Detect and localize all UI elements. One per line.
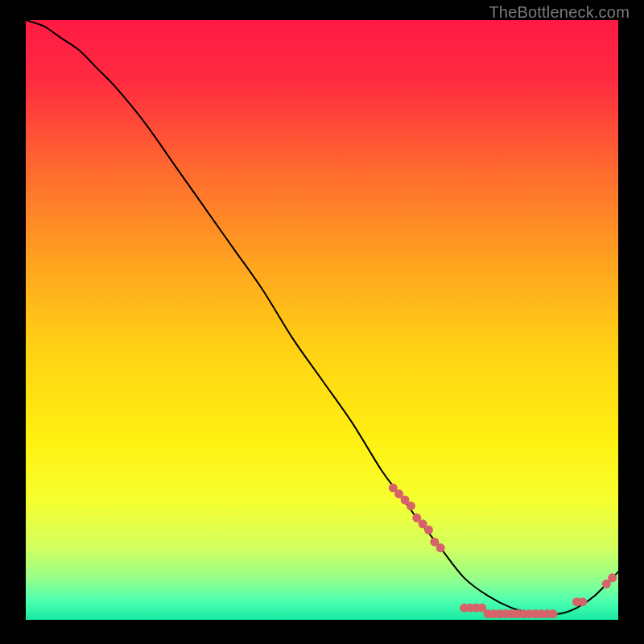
chart-plot-area xyxy=(26,20,618,620)
chart-svg xyxy=(26,20,618,620)
scatter-point xyxy=(424,526,433,535)
scatter-point xyxy=(608,573,617,582)
watermark-text: TheBottleneck.com xyxy=(489,3,630,22)
chart-background xyxy=(26,20,618,620)
scatter-point xyxy=(578,597,587,606)
scatter-point xyxy=(407,502,415,510)
scatter-point xyxy=(549,609,558,618)
scatter-point xyxy=(436,543,445,552)
